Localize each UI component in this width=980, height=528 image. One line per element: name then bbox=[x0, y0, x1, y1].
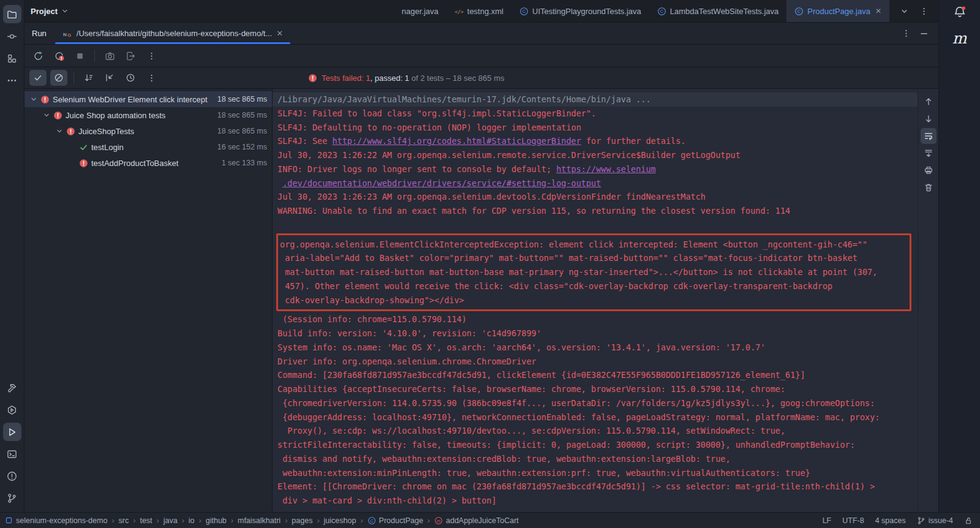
tab-productpage-active[interactable]: C ProductPage.java ✕ bbox=[786, 0, 889, 22]
breadcrumb-item[interactable]: CProductPage bbox=[368, 516, 423, 525]
close-tab-icon[interactable]: ✕ bbox=[875, 7, 881, 15]
console-text: Proxy(), se:cdp: ws://localhost:49710/de… bbox=[277, 426, 785, 436]
close-run-tab-icon[interactable]: ✕ bbox=[276, 29, 283, 38]
filter-kebab-icon[interactable] bbox=[143, 70, 160, 86]
indent-indicator[interactable]: 4 spaces bbox=[875, 516, 906, 525]
breadcrumb-item[interactable]: juiceshop bbox=[324, 516, 356, 525]
editor-options-kebab-icon[interactable] bbox=[915, 3, 932, 19]
scroll-to-end-icon[interactable] bbox=[921, 145, 937, 161]
tab-testng-xml[interactable]: </> testng.xml bbox=[447, 0, 511, 22]
breadcrumb-item[interactable]: mfaisalkhatri bbox=[238, 516, 281, 525]
services-icon[interactable] bbox=[3, 401, 21, 419]
run-config-tab[interactable]: NG /Users/faisalkhatri/github/selenium-e… bbox=[55, 23, 290, 44]
console-link[interactable]: .dev/documentation/webdriver/drivers/ser… bbox=[282, 178, 601, 188]
test-failed-icon bbox=[52, 111, 63, 120]
history-icon[interactable] bbox=[122, 70, 139, 86]
breadcrumb-item[interactable]: selenium-exceptions-demo bbox=[5, 516, 107, 525]
tree-chevron-icon[interactable] bbox=[41, 111, 52, 119]
console-text: Driver info: org.openqa.selenium.chrome.… bbox=[277, 356, 537, 366]
breadcrumb-item[interactable]: java bbox=[164, 516, 178, 525]
rerun-failed-icon[interactable] bbox=[50, 48, 67, 64]
console-output: /Library/Java/JavaVirtualMachines/temuri… bbox=[273, 89, 918, 512]
test-tree-item[interactable]: testAddProductToBasket1 sec 133 ms bbox=[24, 155, 272, 171]
problems-icon[interactable] bbox=[3, 467, 21, 485]
test-tree-item[interactable]: Juice Shop automation tests18 sec 865 ms bbox=[24, 107, 272, 123]
breadcrumb-item[interactable]: src bbox=[119, 516, 129, 525]
console-text: SLF4J: See bbox=[277, 136, 332, 146]
console-text: Build info: version: '4.10.0', revision:… bbox=[277, 328, 541, 338]
import-results-icon[interactable] bbox=[101, 70, 118, 86]
ide-window: Project nager.java </> testng.xml C UITe… bbox=[0, 0, 980, 528]
test-tree-item[interactable]: JuiceShopTests18 sec 865 ms bbox=[24, 123, 272, 139]
run-panel-kebab-icon[interactable] bbox=[902, 29, 911, 38]
project-folder-icon[interactable] bbox=[3, 5, 21, 23]
breadcrumb-item[interactable]: test bbox=[140, 516, 152, 525]
structure-icon[interactable] bbox=[3, 49, 21, 67]
commit-icon[interactable] bbox=[3, 27, 21, 45]
breadcrumb-separator: › bbox=[157, 516, 159, 525]
scroll-up-icon[interactable] bbox=[921, 94, 937, 110]
avatar[interactable]: m bbox=[952, 29, 967, 47]
build-hammer-icon[interactable] bbox=[3, 379, 21, 397]
console-line: aria-label="Add to Basket" color="primar… bbox=[280, 251, 908, 265]
git-branch-widget[interactable]: issue-4 bbox=[917, 516, 953, 525]
breadcrumb-item[interactable]: github bbox=[206, 516, 227, 525]
export-results-icon[interactable] bbox=[122, 48, 139, 64]
status-bar: selenium-exceptions-demo›src›test›java›i… bbox=[0, 512, 980, 528]
terminal-icon[interactable] bbox=[3, 445, 21, 463]
console-text: WARNING: Unable to find an exact match f… bbox=[277, 206, 790, 216]
run-icon[interactable] bbox=[3, 423, 21, 441]
console-line bbox=[277, 218, 913, 232]
tab-label: nager.java bbox=[402, 7, 439, 16]
console-text: mat-button mat-raised-button mat-button-… bbox=[280, 267, 877, 277]
scroll-down-icon[interactable] bbox=[921, 111, 937, 127]
svg-text:C: C bbox=[370, 518, 373, 522]
git-branch-icon[interactable] bbox=[3, 489, 21, 507]
stop-icon[interactable] bbox=[71, 48, 88, 64]
hide-passed-icon[interactable] bbox=[50, 70, 67, 86]
rerun-icon[interactable] bbox=[29, 48, 47, 64]
tree-chevron-icon[interactable] bbox=[28, 95, 39, 104]
tab-list-chevron-icon[interactable] bbox=[895, 3, 913, 19]
breadcrumb-separator: › bbox=[199, 516, 202, 525]
console-link[interactable]: http://www.slf4j.org/codes.html#StaticLo… bbox=[332, 136, 581, 146]
console-line: strictFileInteractability: false, timeou… bbox=[277, 438, 913, 452]
line-ending-indicator[interactable]: LF bbox=[823, 516, 832, 525]
console-link[interactable]: https://www.selenium bbox=[556, 164, 656, 174]
console-line: (Session info: chrome=115.0.5790.114) bbox=[277, 312, 913, 326]
console-text: cdk-overlay-backdrop-showing"></div> bbox=[280, 295, 464, 305]
test-tree-item[interactable]: Selenium WebDriver Element click interce… bbox=[24, 91, 272, 107]
more-tools-icon[interactable] bbox=[3, 71, 21, 89]
tab-label: testng.xml bbox=[467, 7, 503, 16]
clear-console-icon[interactable] bbox=[921, 179, 937, 195]
encoding-indicator[interactable]: UTF-8 bbox=[842, 516, 864, 525]
breadcrumb-label: io bbox=[189, 516, 195, 525]
class-icon: C bbox=[368, 516, 376, 525]
breadcrumb-item[interactable]: maddAppleJuiceToCart bbox=[434, 516, 519, 525]
tab-uitestingplaygroundtests[interactable]: C UITestingPlaygroundTests.java bbox=[511, 0, 649, 22]
test-tree-item[interactable]: testLogin16 sec 152 ms bbox=[24, 139, 272, 155]
hide-panel-icon[interactable] bbox=[919, 29, 929, 38]
tab-nager-java[interactable]: nager.java bbox=[394, 0, 447, 22]
soft-wrap-icon[interactable] bbox=[921, 128, 937, 144]
svg-text:G: G bbox=[67, 32, 71, 37]
breadcrumb-item[interactable]: pages bbox=[292, 516, 312, 525]
console-text: INFO: Driver logs no longer sent to cons… bbox=[277, 164, 556, 174]
breadcrumb-item[interactable]: io bbox=[189, 516, 195, 525]
tab-lambdatestwebsitetests[interactable]: C LambdaTestWebSiteTests.java bbox=[649, 0, 787, 22]
sort-icon[interactable] bbox=[80, 70, 97, 86]
toolbar-kebab-icon[interactable] bbox=[143, 48, 160, 64]
console-text: System info: os.name: 'Mac OS X', os.arc… bbox=[277, 342, 766, 352]
console-toolbar bbox=[918, 89, 938, 512]
print-icon[interactable] bbox=[921, 162, 937, 178]
console-text: org.openqa.selenium.ElementClickIntercep… bbox=[280, 239, 867, 249]
test-duration: 18 sec 865 ms bbox=[217, 95, 267, 104]
notifications-bell-icon[interactable] bbox=[952, 5, 967, 20]
console-text: dismiss and notify, webauthn:extension:c… bbox=[277, 454, 731, 464]
unlock-icon[interactable] bbox=[964, 516, 973, 525]
screenshot-icon[interactable] bbox=[101, 48, 118, 64]
show-passed-icon[interactable] bbox=[29, 70, 47, 86]
test-failed-icon bbox=[78, 159, 89, 168]
tree-chevron-icon[interactable] bbox=[54, 127, 65, 135]
project-widget[interactable]: Project bbox=[24, 0, 318, 22]
